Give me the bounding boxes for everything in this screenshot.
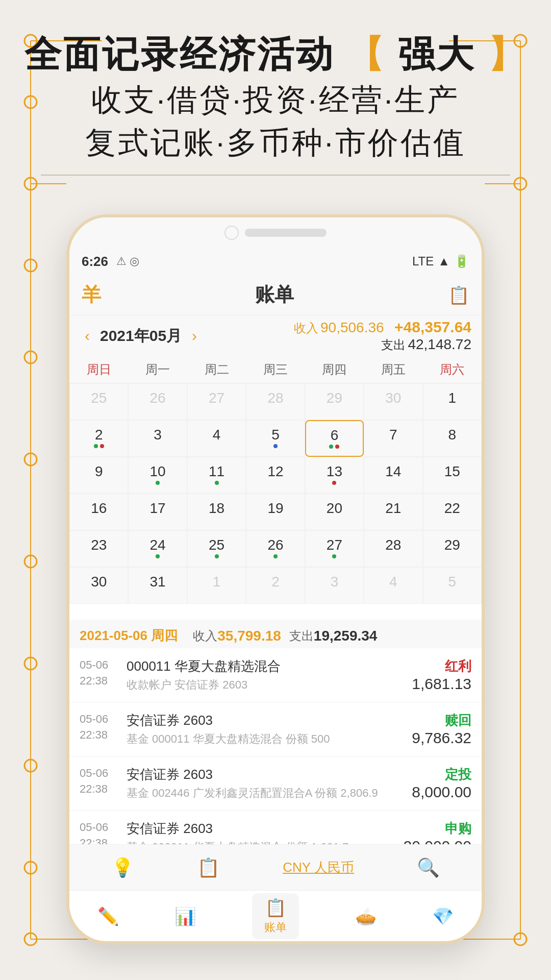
cal-day-8[interactable]: 8 [423,420,482,457]
trans-right-0: 红利 1,681.13 [412,657,471,693]
edit-nav-icon: ✏️ [97,906,119,926]
trans-sub-1: 基金 000011 华夏大盘精选混合 份额 500 [127,731,406,747]
day-number: 3 [331,574,339,590]
cal-day-30[interactable]: 30 [69,567,128,604]
nav-chart[interactable]: 🥧 [355,906,377,926]
cal-day-4[interactable]: 4 [187,420,246,457]
transaction-item-1[interactable]: 05-06 22:38 安信证券 2603 基金 000011 华夏大盘精选混合… [69,702,482,756]
day-dots [215,481,219,485]
day-number: 30 [91,574,107,590]
cal-day-7[interactable]: 7 [364,420,422,457]
cal-day-1[interactable]: 1 [423,383,482,420]
trans-name-2: 安信证券 2603 [127,766,406,783]
cal-day-9[interactable]: 9 [69,457,128,494]
cal-day-22[interactable]: 22 [423,494,482,530]
bottom-toolbar: 💡 📋 CNY 人民币 🔍 [69,844,482,890]
day-number: 14 [385,463,401,480]
cal-day-13[interactable]: 13 [305,457,364,494]
day-number: 3 [154,427,162,443]
day-number: 8 [448,427,456,443]
cal-day-19[interactable]: 19 [246,494,305,530]
cal-day-5-other[interactable]: 5 [423,567,482,604]
cal-day-28-other[interactable]: 28 [246,383,305,420]
day-number: 4 [389,574,397,590]
app-logo: 羊 [82,282,101,308]
bulb-icon[interactable]: 💡 [111,857,134,878]
red-dot [100,444,104,448]
cal-day-25[interactable]: 25 [187,530,246,567]
day-dots [273,444,278,448]
weekday-wed: 周三 [246,356,305,383]
header-strong: 强大 [398,34,475,75]
transaction-item-2[interactable]: 05-06 22:38 安信证券 2603 基金 002446 广发利鑫灵活配置… [69,756,482,811]
weekday-sat: 周六 [423,356,482,383]
svg-point-18 [24,933,37,945]
cal-day-5[interactable]: 5 [246,420,305,457]
search-icon[interactable]: 🔍 [417,857,440,878]
status-time: 6:26 [82,254,108,270]
day-number: 26 [267,537,283,553]
expense-value: 42,148.72 [408,336,471,352]
transaction-item-0[interactable]: 05-06 22:38 000011 华夏大盘精选混合 收款帐户 安信证券 26… [69,648,482,702]
prev-month-button[interactable]: ‹ [80,327,95,345]
trans-type-2: 定投 [412,766,471,783]
trans-time-1: 05-06 22:38 [80,712,120,743]
cal-day-25-other[interactable]: 25 [69,383,128,420]
nav-diamond[interactable]: 💎 [432,906,454,926]
cal-day-3-other[interactable]: 3 [305,567,364,604]
weekday-tue: 周二 [187,356,246,383]
trans-right-1: 赎回 9,786.32 [412,712,471,747]
cal-day-17[interactable]: 17 [128,494,187,530]
cal-day-31[interactable]: 31 [128,567,187,604]
cal-day-28[interactable]: 28 [364,530,422,567]
expense-label: 支出 [381,338,406,352]
cal-day-15[interactable]: 15 [423,457,482,494]
currency-selector[interactable]: CNY 人民币 [283,859,354,876]
cal-day-6[interactable]: 6 [305,420,364,457]
blue-dot [273,444,278,448]
header-text-main: 全面记录经济活动 [24,34,335,75]
green-dot [156,554,160,558]
cal-day-24[interactable]: 24 [128,530,187,567]
cal-day-26-other[interactable]: 26 [128,383,187,420]
day-dots [94,444,104,448]
cal-day-23[interactable]: 23 [69,530,128,567]
cal-day-2[interactable]: 2 [69,420,128,457]
next-month-button[interactable]: › [187,327,202,345]
cal-day-27[interactable]: 27 [305,530,364,567]
diamond-nav-icon: 💎 [432,906,454,926]
trans-type-0: 红利 [412,657,471,675]
cal-day-30-other[interactable]: 30 [364,383,422,420]
cal-day-29-other[interactable]: 29 [305,383,364,420]
cal-day-12[interactable]: 12 [246,457,305,494]
nav-bill[interactable]: 📋 账单 [252,893,299,939]
date-expense-label: 支出 [289,628,314,644]
cal-day-26[interactable]: 26 [246,530,305,567]
nav-table[interactable]: 📊 [174,906,196,926]
cal-day-18[interactable]: 18 [187,494,246,530]
status-signal: ▲ [438,254,450,268]
day-number: 25 [209,537,224,553]
day-number: 28 [385,537,401,553]
day-number: 13 [327,463,342,480]
edit-icon[interactable]: 📋 [448,285,469,305]
cal-day-14[interactable]: 14 [364,457,422,494]
cal-day-29[interactable]: 29 [423,530,482,567]
list-icon[interactable]: 📋 [197,857,220,878]
cal-day-2-other[interactable]: 2 [246,567,305,604]
nav-edit[interactable]: ✏️ [97,906,119,926]
cal-day-20[interactable]: 20 [305,494,364,530]
cal-day-1-other[interactable]: 1 [187,567,246,604]
calendar-header: ‹ 2021年05月 › 收入 90,506.36 +48,357.64 支出 … [69,315,482,356]
cal-day-4-other[interactable]: 4 [364,567,422,604]
cal-day-21[interactable]: 21 [364,494,422,530]
cal-day-27-other[interactable]: 27 [187,383,246,420]
weekday-thu: 周四 [305,356,364,383]
cal-day-10[interactable]: 10 [128,457,187,494]
cal-day-3[interactable]: 3 [128,420,187,457]
trans-name-0: 000011 华夏大盘精选混合 [127,657,406,675]
cal-day-11[interactable]: 11 [187,457,246,494]
trans-sub-2: 基金 002446 广发利鑫灵活配置混合A 份额 2,806.9 [127,786,406,801]
cal-day-16[interactable]: 16 [69,494,128,530]
income-label: 收入 [294,321,318,335]
